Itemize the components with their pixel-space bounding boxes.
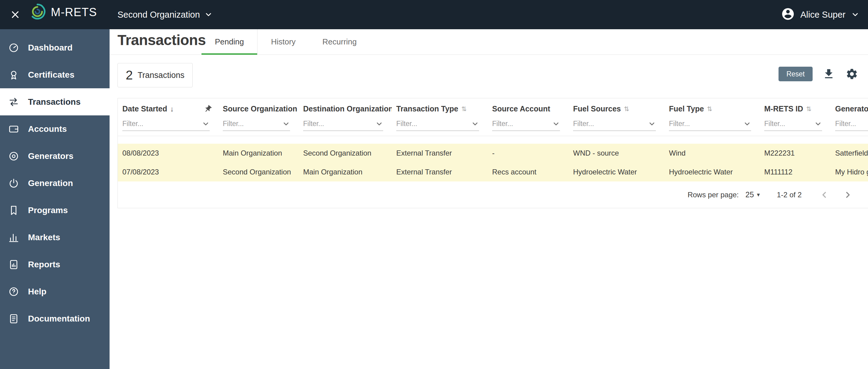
sidebar-item-transactions[interactable]: Transactions <box>0 88 110 115</box>
sidebar-item-dashboard[interactable]: Dashboard <box>0 34 110 61</box>
column-header-fuel-sources[interactable]: Fuel Sources⇅ <box>568 98 664 116</box>
column-header-source-account[interactable]: Source Account <box>488 98 568 116</box>
sidebar-item-generators[interactable]: Generators <box>0 143 110 170</box>
filter-dropdown-m-rets-id[interactable]: Filter... <box>764 117 822 131</box>
filter-dropdown-fuel-sources[interactable]: Filter... <box>573 117 656 131</box>
table-row[interactable]: 08/08/2023Main OrganizationSecond Organi… <box>118 144 868 162</box>
rows-per-page-select[interactable]: 25 ▾ <box>745 190 760 199</box>
download-icon[interactable] <box>822 67 836 81</box>
filter-dropdown-fuel-type[interactable]: Filter... <box>669 117 751 131</box>
sidebar-item-generation[interactable]: Generation <box>0 170 110 197</box>
brand[interactable]: M-RETS <box>29 3 97 21</box>
sidebar-item-label: Accounts <box>28 124 67 134</box>
column-header-date-started[interactable]: Date Started↓ <box>118 98 218 116</box>
next-page-button[interactable] <box>841 188 855 202</box>
filter-dropdown-generator[interactable]: Filter... <box>835 117 868 131</box>
sidebar-item-label: Programs <box>28 206 68 215</box>
sidebar-item-certificates[interactable]: Certificates <box>0 61 110 88</box>
reports-icon <box>8 259 20 270</box>
tab-pending[interactable]: Pending <box>202 29 257 55</box>
column-header-m-rets-id[interactable]: M-RETS ID⇅ <box>760 98 831 116</box>
tab-recurring[interactable]: Recurring <box>309 29 370 55</box>
sort-icon: ⇅ <box>461 105 467 113</box>
filter-dropdown-destination-organization[interactable]: Filter... <box>303 117 383 131</box>
table-cell: Hydroelectric Water <box>664 168 760 176</box>
chevron-down-icon <box>552 120 560 128</box>
column-header-generator[interactable]: Generator <box>831 98 868 116</box>
filter-dropdown-transaction-type[interactable]: Filter... <box>396 117 479 131</box>
column-header-destination-organization[interactable]: Destination Organization <box>299 98 392 116</box>
column-header-transaction-type[interactable]: Transaction Type⇅ <box>392 98 488 116</box>
filter-placeholder: Filter... <box>396 120 417 128</box>
sidebar-item-reports[interactable]: Reports <box>0 251 110 278</box>
sidebar-item-label: Help <box>28 287 46 297</box>
sort-icon: ⇅ <box>624 105 629 113</box>
table-cell: My Hidro g <box>831 168 868 176</box>
pin-icon[interactable] <box>204 105 212 113</box>
transactions-count-box: 2 Transactions <box>118 63 193 87</box>
filter-placeholder: Filter... <box>764 120 785 128</box>
dashboard-icon <box>8 42 20 54</box>
chevron-down-icon <box>743 120 751 128</box>
sidebar-item-programs[interactable]: Programs <box>0 197 110 224</box>
sidebar-item-accounts[interactable]: Accounts <box>0 115 110 143</box>
column-label: Source Organization <box>223 104 297 113</box>
sidebar: DashboardCertificatesTransactionsAccount… <box>0 29 110 369</box>
table-filter-row: Filter...Filter...Filter...Filter...Filt… <box>118 116 868 136</box>
table-cell: External Transfer <box>392 149 488 157</box>
column-label: Fuel Type <box>669 104 704 113</box>
transactions-icon <box>8 96 20 108</box>
filter-cell-m-rets-id: Filter... <box>760 116 831 136</box>
filter-placeholder: Filter... <box>303 120 324 128</box>
tab-label: Pending <box>215 37 244 47</box>
column-label: Generator <box>835 104 868 113</box>
close-icon[interactable] <box>9 8 21 21</box>
sidebar-item-label: Transactions <box>28 97 81 107</box>
sort-desc-icon: ↓ <box>170 105 174 113</box>
filter-placeholder: Filter... <box>573 120 594 128</box>
table-cell: M111112 <box>760 168 831 176</box>
sidebar-item-markets[interactable]: Markets <box>0 224 110 251</box>
filter-dropdown-source-account[interactable]: Filter... <box>492 117 560 131</box>
sidebar-item-documentation[interactable]: Documentation <box>0 305 110 332</box>
filter-cell-source-organization: Filter... <box>218 116 299 136</box>
user-menu[interactable]: Alice Super <box>781 0 860 29</box>
filter-dropdown-source-organization[interactable]: Filter... <box>223 117 290 131</box>
table-cell: 08/08/2023 <box>118 149 218 157</box>
pagination: Rows per page: 25 ▾ 1-2 of 2 <box>118 181 868 208</box>
gear-icon[interactable] <box>845 67 859 81</box>
avatar-icon <box>781 7 795 22</box>
filter-cell-source-account: Filter... <box>488 116 568 136</box>
sort-icon: ⇅ <box>806 105 812 113</box>
tab-history[interactable]: History <box>257 29 309 55</box>
chevron-down-icon <box>471 120 479 128</box>
sidebar-item-help[interactable]: Help <box>0 278 110 305</box>
sidebar-item-label: Reports <box>28 260 60 270</box>
transactions-count-label: Transactions <box>137 71 184 80</box>
sidebar-item-label: Markets <box>28 233 60 242</box>
filter-cell-destination-organization: Filter... <box>299 116 392 136</box>
chevron-down-icon <box>851 10 860 19</box>
sidebar-item-label: Generators <box>28 151 73 161</box>
table-row[interactable]: 07/08/2023Second OrganizationMain Organi… <box>118 162 868 181</box>
transactions-count: 2 <box>126 68 133 83</box>
table-toolbar: Reset <box>778 67 859 81</box>
column-header-fuel-type[interactable]: Fuel Type⇅ <box>664 98 760 116</box>
chevron-down-icon <box>375 120 383 128</box>
table-cell: - <box>488 149 568 157</box>
generation-icon <box>8 178 20 189</box>
filter-cell-generator: Filter... <box>831 116 868 136</box>
filter-placeholder: Filter... <box>669 120 690 128</box>
help-icon <box>8 286 20 298</box>
table-cell: Wind <box>664 149 760 157</box>
reset-button[interactable]: Reset <box>778 67 813 81</box>
filter-dropdown-date-started[interactable]: Filter... <box>122 117 210 131</box>
accounts-icon <box>8 123 20 135</box>
previous-page-button[interactable] <box>817 188 832 202</box>
column-header-source-organization[interactable]: Source Organization <box>218 98 299 116</box>
table-cell: Main Organization <box>299 168 392 176</box>
table-cell: M222231 <box>760 149 831 157</box>
chevron-down-icon <box>204 10 213 19</box>
organization-selector[interactable]: Second Organization <box>118 0 213 29</box>
filter-placeholder: Filter... <box>492 120 513 128</box>
